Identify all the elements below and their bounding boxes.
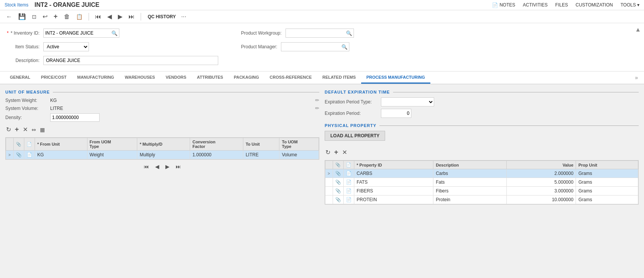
item-status-select[interactable]: Active bbox=[43, 42, 89, 51]
save-as-button[interactable]: 💾 bbox=[17, 12, 27, 21]
product-workgroup-input[interactable] bbox=[286, 30, 344, 37]
prop-property-id-cell: CARBS bbox=[354, 169, 433, 178]
product-manager-field[interactable]: 🔍 bbox=[281, 42, 349, 51]
tab-attributes[interactable]: ATTRIBUTES bbox=[192, 72, 228, 84]
product-workgroup-field[interactable]: 🔍 bbox=[286, 29, 354, 38]
add-button[interactable]: + bbox=[52, 12, 59, 21]
system-volume-edit-icon[interactable]: ✏ bbox=[315, 105, 319, 111]
prop-description-cell: Fats bbox=[433, 178, 506, 187]
uom-page-prev[interactable]: ◀ bbox=[154, 163, 161, 170]
prop-value-cell: 10.000000 bbox=[506, 195, 576, 204]
tab-process-manufacturing[interactable]: PROCESS MANUFACTURING bbox=[361, 72, 430, 84]
save-button[interactable]: ⊡ bbox=[30, 13, 38, 21]
prop-col-icon-2: 📎 bbox=[333, 161, 344, 169]
description-input[interactable] bbox=[43, 56, 218, 65]
uom-pagination: ⏮ ◀ ▶ ⏭ bbox=[5, 163, 319, 170]
item-status-label: Item Status: bbox=[5, 44, 40, 49]
col-icon-1 bbox=[6, 138, 14, 151]
back-button[interactable]: ← bbox=[5, 13, 14, 21]
density-row: Density: bbox=[5, 113, 319, 122]
copy-button[interactable]: 📋 bbox=[75, 13, 84, 21]
prop-col-description: Description bbox=[433, 161, 506, 169]
prop-paperclip-cell: 📎 bbox=[333, 178, 344, 187]
prop-doc-cell: 📄 bbox=[344, 169, 354, 178]
more-button[interactable]: ··· bbox=[181, 13, 186, 20]
inventory-id-field[interactable]: 🔍 bbox=[43, 29, 119, 38]
toolbar: ← 💾 ⊡ ↩ + 🗑 📋 ⏮ ◀ ▶ ⏭ QC HISTORY ··· bbox=[0, 10, 644, 23]
load-all-property-btn[interactable]: LOAD ALL PROPERTY bbox=[325, 131, 385, 141]
first-button[interactable]: ⏮ bbox=[94, 13, 103, 21]
uom-page-first[interactable]: ⏮ bbox=[142, 163, 151, 170]
expiry-period-input[interactable]: 0 bbox=[381, 109, 411, 118]
uom-page-last[interactable]: ⏭ bbox=[174, 163, 182, 170]
density-input[interactable] bbox=[50, 113, 100, 122]
uom-page-next[interactable]: ▶ bbox=[164, 163, 171, 170]
system-weight-edit-icon[interactable]: ✏ bbox=[315, 97, 319, 103]
tab-manufacturing[interactable]: MANUFACTURING bbox=[72, 72, 119, 84]
toolbar-separator-2 bbox=[141, 13, 141, 21]
prop-property-id-cell: FIBERS bbox=[354, 187, 433, 195]
prop-delete-btn[interactable]: ✕ bbox=[341, 148, 348, 157]
uom-table: 📎 📄 * From Unit From UOMType * Multiply/… bbox=[6, 138, 319, 159]
inventory-id-input[interactable] bbox=[44, 30, 110, 37]
top-nav-files[interactable]: FILES bbox=[555, 2, 568, 8]
prop-col-prop-unit: Prop Unit bbox=[576, 161, 638, 169]
uom-fit-btn[interactable]: ⇔ bbox=[31, 125, 37, 134]
top-nav-tools[interactable]: TOOLS ▾ bbox=[620, 2, 639, 8]
qc-history-button[interactable]: QC HISTORY bbox=[146, 13, 178, 20]
expiry-type-label: Expiration Period Type: bbox=[325, 99, 378, 105]
delete-button[interactable]: 🗑 bbox=[62, 13, 71, 21]
tab-vendors[interactable]: VENDORS bbox=[160, 72, 192, 84]
prop-paperclip-cell: 📎 bbox=[333, 169, 344, 178]
collapse-button[interactable]: ▲ bbox=[635, 26, 641, 33]
prop-table-row[interactable]: > 📎 📄 CARBS Carbs 2.000000 Grams bbox=[325, 169, 638, 178]
uom-table-row[interactable]: > 📎 📄 KG Weight Multiply 1.000000 LITRE … bbox=[6, 151, 319, 159]
prop-col-property-id: * Property ID bbox=[354, 161, 433, 169]
breadcrumb[interactable]: Stock Items bbox=[5, 2, 29, 8]
top-nav-notes[interactable]: 📄 NOTES bbox=[492, 2, 515, 8]
prop-table-row[interactable]: 📎 📄 FIBERS Fibers 3.000000 Grams bbox=[325, 187, 638, 195]
left-panel: UNIT OF MEASURE System Weight: KG ✏ Syst… bbox=[5, 90, 319, 224]
product-manager-input[interactable] bbox=[281, 43, 340, 50]
uom-refresh-btn[interactable]: ↻ bbox=[5, 125, 12, 134]
system-volume-value: LITRE bbox=[50, 106, 312, 111]
product-workgroup-search-btn[interactable]: 🔍 bbox=[344, 30, 354, 37]
undo-button[interactable]: ↩ bbox=[41, 12, 49, 21]
tab-cross-reference[interactable]: CROSS-REFERENCE bbox=[264, 72, 317, 84]
prev-button[interactable]: ◀ bbox=[106, 12, 113, 21]
prop-table-row[interactable]: 📎 📄 FATS Fats 5.000000 Grams bbox=[325, 178, 638, 187]
tab-warehouses[interactable]: WAREHOUSES bbox=[119, 72, 160, 84]
tab-related-items[interactable]: RELATED ITEMS bbox=[317, 72, 361, 84]
prop-table-wrapper: 📎 📄 * Property ID Description Value Prop… bbox=[325, 160, 639, 205]
prop-expand-cell bbox=[325, 178, 333, 187]
expiry-type-select[interactable] bbox=[381, 97, 434, 106]
density-label: Density: bbox=[5, 115, 47, 120]
top-nav-activities[interactable]: ACTIVITIES bbox=[523, 2, 547, 8]
prop-paperclip-cell: 📎 bbox=[333, 195, 344, 204]
prop-expand-cell bbox=[325, 195, 333, 204]
prop-col-value: Value bbox=[506, 161, 576, 169]
prop-description-cell: Protein bbox=[433, 195, 506, 204]
col-to-uom-type: To UOMType bbox=[279, 138, 319, 151]
inventory-id-search-btn[interactable]: 🔍 bbox=[110, 30, 119, 37]
tab-general[interactable]: GENERAL bbox=[5, 72, 36, 84]
uom-grid-btn[interactable]: ▦ bbox=[39, 125, 46, 134]
prop-refresh-btn[interactable]: ↻ bbox=[325, 148, 331, 157]
tab-price-cost[interactable]: PRICE/COST bbox=[36, 72, 72, 84]
system-volume-row: System Volume: LITRE ✏ bbox=[5, 105, 319, 111]
top-nav-customization[interactable]: CUSTOMIZATION bbox=[576, 2, 613, 8]
next-button[interactable]: ▶ bbox=[116, 12, 124, 21]
tab-scroll-right[interactable]: » bbox=[633, 71, 639, 84]
prop-add-btn[interactable]: + bbox=[333, 148, 339, 157]
prop-table-row[interactable]: 📎 📄 PROTEIN Protein 10.000000 Grams bbox=[325, 195, 638, 204]
inventory-id-label: * * Inventory ID: bbox=[5, 30, 40, 36]
uom-delete-btn[interactable]: ✕ bbox=[22, 125, 29, 134]
inventory-id-row: * * Inventory ID: 🔍 bbox=[5, 29, 218, 38]
product-manager-search-btn[interactable]: 🔍 bbox=[340, 43, 349, 51]
toolbar-separator bbox=[89, 13, 89, 21]
tab-packaging[interactable]: PACKAGING bbox=[228, 72, 264, 84]
col-from-unit: * From Unit bbox=[35, 138, 87, 151]
last-button[interactable]: ⏭ bbox=[127, 13, 136, 21]
prop-unit-cell: Grams bbox=[576, 178, 638, 187]
uom-add-btn[interactable]: + bbox=[14, 125, 20, 134]
